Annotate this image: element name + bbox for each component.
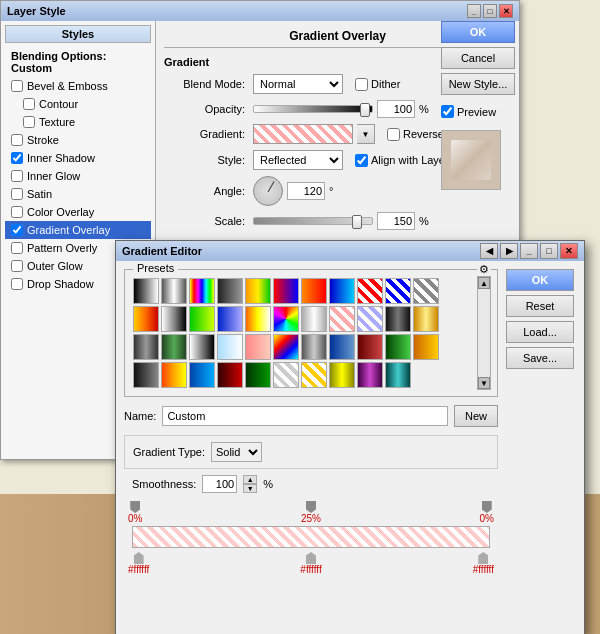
ge-forward-btn[interactable]: ▶: [500, 243, 518, 259]
texture-checkbox[interactable]: [23, 116, 35, 128]
reverse-checkbox[interactable]: [387, 128, 400, 141]
blend-mode-select[interactable]: Normal: [253, 74, 343, 94]
preset-swatch[interactable]: [133, 278, 159, 304]
preset-swatch[interactable]: [385, 334, 411, 360]
contour-checkbox[interactable]: [23, 98, 35, 110]
gradient-type-select[interactable]: Solid Noise: [211, 442, 262, 462]
ge-maximize-btn[interactable]: □: [540, 243, 558, 259]
align-checkbox[interactable]: [355, 154, 368, 167]
preset-swatch[interactable]: [273, 306, 299, 332]
preview-checkbox[interactable]: [441, 105, 454, 118]
preset-swatch[interactable]: [161, 362, 187, 388]
sidebar-item-gradient-overlay[interactable]: Gradient Overlay: [5, 221, 151, 239]
new-style-button[interactable]: New Style...: [441, 73, 515, 95]
scale-thumb[interactable]: [352, 215, 362, 229]
preset-swatch[interactable]: [329, 306, 355, 332]
cancel-button[interactable]: Cancel: [441, 47, 515, 69]
preset-swatch[interactable]: [133, 334, 159, 360]
ok-button[interactable]: OK: [441, 21, 515, 43]
preset-swatch[interactable]: [217, 278, 243, 304]
opacity-marker-3[interactable]: [482, 501, 492, 513]
settings-icon[interactable]: ⚙: [477, 263, 491, 276]
ge-reset-btn[interactable]: Reset: [506, 295, 574, 317]
preset-swatch[interactable]: [357, 306, 383, 332]
preset-swatch[interactable]: [357, 334, 383, 360]
preset-swatch[interactable]: [329, 334, 355, 360]
smoothness-down-btn[interactable]: ▼: [243, 484, 257, 493]
satin-checkbox[interactable]: [11, 188, 23, 200]
preset-swatch[interactable]: [329, 278, 355, 304]
gradient-overlay-checkbox[interactable]: [11, 224, 23, 236]
sidebar-item-inner-shadow[interactable]: Inner Shadow: [5, 149, 151, 167]
preset-swatch[interactable]: [385, 306, 411, 332]
style-select[interactable]: Reflected: [253, 150, 343, 170]
name-input[interactable]: [162, 406, 448, 426]
preset-swatch[interactable]: [301, 306, 327, 332]
ge-minimize-btn[interactable]: _: [520, 243, 538, 259]
preset-swatch[interactable]: [161, 278, 187, 304]
preset-swatch[interactable]: [329, 362, 355, 388]
ge-ok-btn[interactable]: OK: [506, 269, 574, 291]
scroll-down-btn[interactable]: ▼: [478, 377, 490, 389]
opacity-input[interactable]: [377, 100, 415, 118]
color-marker-2[interactable]: [306, 552, 316, 564]
angle-input[interactable]: [287, 182, 325, 200]
preset-swatch[interactable]: [301, 334, 327, 360]
close-btn[interactable]: ✕: [499, 4, 513, 18]
preset-swatch[interactable]: [189, 306, 215, 332]
smoothness-up-btn[interactable]: ▲: [243, 475, 257, 484]
preset-swatch[interactable]: [217, 306, 243, 332]
preset-swatch[interactable]: [273, 362, 299, 388]
preset-swatch[interactable]: [245, 334, 271, 360]
opacity-thumb[interactable]: [360, 103, 370, 117]
smoothness-input[interactable]: [202, 475, 237, 493]
gradient-preview[interactable]: [253, 124, 353, 144]
preset-swatch[interactable]: [273, 278, 299, 304]
angle-widget[interactable]: [253, 176, 283, 206]
ge-close-btn[interactable]: ✕: [560, 243, 578, 259]
color-marker-1[interactable]: [134, 552, 144, 564]
sidebar-item-color-overlay[interactable]: Color Overlay: [5, 203, 151, 221]
preset-swatch[interactable]: [357, 362, 383, 388]
opacity-marker-1[interactable]: [130, 501, 140, 513]
preset-swatch[interactable]: [189, 278, 215, 304]
sidebar-item-contour[interactable]: Contour: [5, 95, 151, 113]
scale-slider[interactable]: [253, 217, 373, 225]
preset-swatch[interactable]: [357, 278, 383, 304]
color-marker-3[interactable]: [478, 552, 488, 564]
ge-save-btn[interactable]: Save...: [506, 347, 574, 369]
preset-swatch[interactable]: [217, 334, 243, 360]
preset-swatch[interactable]: [273, 334, 299, 360]
preset-swatch[interactable]: [301, 278, 327, 304]
preset-swatch[interactable]: [189, 362, 215, 388]
preset-swatch[interactable]: [189, 334, 215, 360]
preset-swatch[interactable]: [413, 306, 439, 332]
scale-input[interactable]: [377, 212, 415, 230]
minimize-btn[interactable]: _: [467, 4, 481, 18]
preset-swatch[interactable]: [301, 362, 327, 388]
sidebar-item-texture[interactable]: Texture: [5, 113, 151, 131]
sidebar-item-satin[interactable]: Satin: [5, 185, 151, 203]
pattern-overlay-checkbox[interactable]: [11, 242, 23, 254]
stroke-checkbox[interactable]: [11, 134, 23, 146]
opacity-marker-2[interactable]: [306, 501, 316, 513]
bevel-checkbox[interactable]: [11, 80, 23, 92]
presets-scrollbar[interactable]: ▲ ▼: [477, 276, 491, 390]
inner-glow-checkbox[interactable]: [11, 170, 23, 182]
preset-swatch[interactable]: [413, 334, 439, 360]
preset-swatch[interactable]: [385, 362, 411, 388]
preset-swatch[interactable]: [413, 278, 439, 304]
preset-swatch[interactable]: [385, 278, 411, 304]
ge-load-btn[interactable]: Load...: [506, 321, 574, 343]
preset-swatch[interactable]: [133, 306, 159, 332]
gradient-dropdown-btn[interactable]: ▼: [357, 124, 375, 144]
maximize-btn[interactable]: □: [483, 4, 497, 18]
opacity-slider[interactable]: [253, 105, 373, 113]
sidebar-item-bevel[interactable]: Bevel & Emboss: [5, 77, 151, 95]
blending-options-item[interactable]: Blending Options: Custom: [5, 47, 151, 77]
preset-swatch[interactable]: [133, 362, 159, 388]
preset-swatch[interactable]: [245, 362, 271, 388]
preset-swatch[interactable]: [245, 306, 271, 332]
preset-swatch[interactable]: [161, 306, 187, 332]
outer-glow-checkbox[interactable]: [11, 260, 23, 272]
